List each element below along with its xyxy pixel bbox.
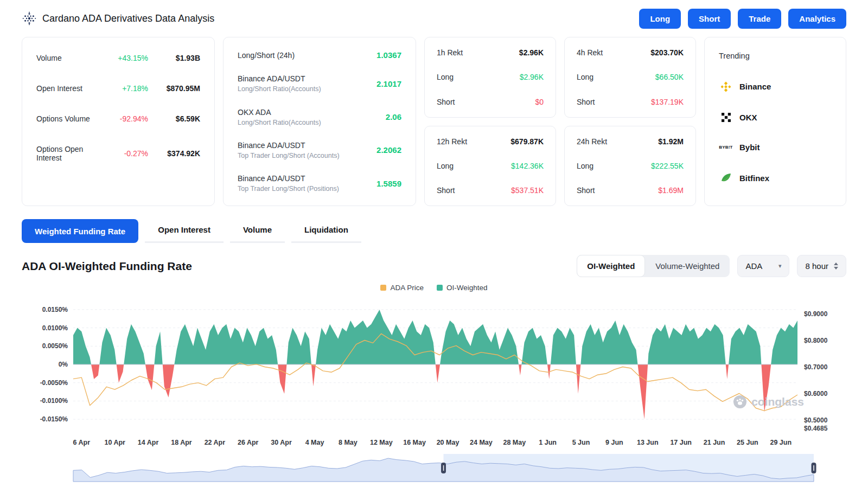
ratio-sublabel: Long/Short Ratio(Accounts) <box>238 85 321 93</box>
bybit-icon: BYB!T <box>719 145 733 150</box>
trending-name: Bybit <box>739 143 760 152</box>
rekt-long-value: $2.96K <box>520 73 544 81</box>
stat-row-options-open-interest: Options Open Interest -0.27% $374.92K <box>36 145 200 162</box>
ratio-label: Binance ADA/USDT <box>238 174 339 183</box>
stat-label: Volume <box>36 54 101 62</box>
stat-row-volume: Volume +43.15% $1.93B <box>36 54 200 62</box>
rekt-total: $1.92M <box>658 137 684 146</box>
rekt-head: 12h Rekt $679.87K <box>437 137 544 146</box>
funding-rate-chart-area: 0.0150%0.0100%0.0050%0%-0.0050%-0.0100%-… <box>22 293 846 484</box>
svg-text:$0.9000: $0.9000 <box>804 310 828 318</box>
interval-select[interactable]: 8 hour <box>797 255 846 277</box>
rekt-long-row: Long $222.55K <box>577 162 684 170</box>
symbol-select[interactable]: ADA ▾ <box>737 255 789 277</box>
svg-text:14 Apr: 14 Apr <box>138 439 159 446</box>
tab-liquidation[interactable]: Liquidation <box>291 219 361 243</box>
rekt-short-label: Short <box>437 186 455 195</box>
oi-weighted-swatch-icon <box>437 285 443 291</box>
legend-item-oi-weighted[interactable]: OI-Weighted <box>437 284 488 292</box>
legend-item-ada-price[interactable]: ADA Price <box>380 284 424 292</box>
stat-label: Open Interest <box>36 84 101 93</box>
ratio-label: OKX ADA <box>238 108 321 117</box>
trending-item-bybit[interactable]: BYB!T Bybit <box>719 143 832 152</box>
svg-text:-0.0150%: -0.0150% <box>40 415 68 423</box>
rekt-long-label: Long <box>577 73 593 81</box>
trending-item-okx[interactable]: OKX <box>719 113 832 122</box>
svg-text:0.0100%: 0.0100% <box>42 324 68 332</box>
cardano-logo-icon <box>22 11 37 26</box>
svg-text:24 May: 24 May <box>470 439 493 446</box>
ratio-value: 2.2062 <box>376 145 401 155</box>
stats-cards-row: Volume +43.15% $1.93B Open Interest +7.1… <box>22 37 846 206</box>
funding-rate-chart[interactable]: 0.0150%0.0100%0.0050%0%-0.0050%-0.0100%-… <box>22 293 846 453</box>
svg-text:0.0150%: 0.0150% <box>42 306 68 313</box>
rekt-column-2: 4h Rekt $203.70K Long $66.50K Short $137… <box>564 37 696 206</box>
ratio-row: Binance ADA/USDT Long/Short Ratio(Accoun… <box>238 74 401 93</box>
ratio-sublabel: Top Trader Long/Short (Positions) <box>238 185 339 193</box>
stat-change: +7.18% <box>101 84 148 93</box>
tab-volume[interactable]: Volume <box>230 219 285 243</box>
analytics-button[interactable]: Analytics <box>788 9 846 29</box>
rekt-long-label: Long <box>577 162 593 170</box>
svg-text:5 Jun: 5 Jun <box>572 439 590 446</box>
chevron-down-icon: ▾ <box>778 262 782 270</box>
svg-text:0.0050%: 0.0050% <box>42 342 68 350</box>
rekt-short-value: $1.69M <box>658 186 684 195</box>
chart-controls: OI-Weighted Volume-Weighted ADA ▾ 8 hour <box>577 255 846 277</box>
trending-name: Bitfinex <box>739 174 769 183</box>
rekt-short-value: $537.51K <box>511 186 544 195</box>
ratio-value: 2.06 <box>386 112 401 121</box>
trending-item-binance[interactable]: Binance <box>719 81 832 93</box>
volume-weighted-toggle[interactable]: Volume-Weighted <box>645 255 730 277</box>
chart-range-navigator[interactable] <box>22 453 846 484</box>
rekt-total: $203.70K <box>650 48 684 57</box>
chart-title: ADA OI-Weighted Funding Rate <box>22 260 192 273</box>
stat-value: $6.59K <box>148 114 200 123</box>
svg-text:4 May: 4 May <box>305 439 324 446</box>
trade-button[interactable]: Trade <box>738 9 781 29</box>
tab-open-interest[interactable]: Open Interest <box>145 219 224 243</box>
tab-weighted-funding-rate[interactable]: Weighted Funding Rate <box>22 219 138 243</box>
rekt-short-label: Short <box>437 98 455 106</box>
chart-header: ADA OI-Weighted Funding Rate OI-Weighted… <box>22 255 846 277</box>
rekt-short-label: Short <box>577 186 595 195</box>
svg-text:20 May: 20 May <box>437 439 459 446</box>
binance-icon <box>719 81 733 93</box>
ratio-value: 1.0367 <box>376 50 401 60</box>
ratio-row: Binance ADA/USDT Top Trader Long/Short (… <box>238 141 401 159</box>
svg-text:$0.5000: $0.5000 <box>804 416 828 424</box>
rekt-long-value: $222.55K <box>651 162 684 170</box>
oi-weighted-toggle[interactable]: OI-Weighted <box>577 255 645 277</box>
short-button[interactable]: Short <box>688 9 731 29</box>
market-stats-card: Volume +43.15% $1.93B Open Interest +7.1… <box>22 37 215 206</box>
rekt-title: 12h Rekt <box>437 137 467 146</box>
stat-value: $1.93B <box>148 54 200 62</box>
trending-item-bitfinex[interactable]: Bitfinex <box>719 172 832 184</box>
rekt-card-24h: 24h Rekt $1.92M Long $222.55K Short $1.6… <box>564 126 696 207</box>
interval-value: 8 hour <box>805 261 828 271</box>
svg-text:$0.7000: $0.7000 <box>804 363 828 371</box>
ratio-sublabel: Top Trader Long/Short (Accounts) <box>238 152 340 159</box>
rekt-short-row: Short $0 <box>437 98 544 106</box>
stat-value: $870.95M <box>148 84 200 93</box>
svg-text:12 May: 12 May <box>370 439 393 446</box>
rekt-short-value: $0 <box>535 98 544 106</box>
bitfinex-icon <box>719 172 733 184</box>
svg-text:9 Jun: 9 Jun <box>605 439 623 446</box>
rekt-long-label: Long <box>437 73 454 81</box>
rekt-title: 4h Rekt <box>577 48 603 57</box>
rekt-title: 1h Rekt <box>437 48 463 57</box>
rekt-long-row: Long $66.50K <box>577 73 684 81</box>
trending-card: Trending Binance OKX BYB!T Bybit <box>704 37 846 206</box>
rekt-long-value: $142.36K <box>511 162 544 170</box>
long-button[interactable]: Long <box>639 9 681 29</box>
svg-text:$0.6000: $0.6000 <box>804 390 828 398</box>
svg-text:-0.0100%: -0.0100% <box>40 397 68 405</box>
ratio-label: Binance ADA/USDT <box>238 141 340 150</box>
svg-text:-0.0050%: -0.0050% <box>40 379 68 387</box>
stat-label: Options Open Interest <box>36 145 101 162</box>
svg-text:0%: 0% <box>59 361 68 368</box>
brand: Cardano ADA Derivatives Data Analysis <box>22 11 214 26</box>
rekt-head: 1h Rekt $2.96K <box>437 48 544 57</box>
chart-legend: ADA Price OI-Weighted <box>22 284 846 292</box>
